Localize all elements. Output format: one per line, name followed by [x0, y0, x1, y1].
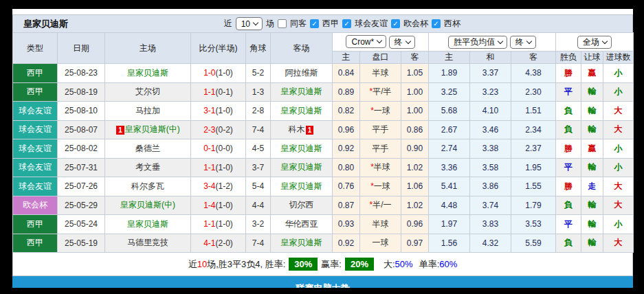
home-team-name[interactable]: 皇家贝迪斯(中) [120, 200, 175, 210]
result-cell: 負 [556, 234, 581, 253]
handicap-cell: *一球 [360, 102, 401, 121]
match-date: 25-05-29 [58, 196, 105, 215]
away-team-name[interactable]: 皇家贝迪斯 [281, 87, 322, 96]
home-team-name[interactable]: 皇家贝迪斯 [127, 219, 168, 229]
crown-home-odds: 0.76 [333, 177, 360, 196]
crown-away-odds: 1.00 [401, 102, 429, 121]
match-type-badge: 球会友谊 [13, 158, 58, 177]
table-row: 球会友谊25-08-02桑德兰0-1(0-0)4-5皇家贝迪斯0.92平手0.9… [13, 139, 634, 159]
match-type-badge: 球会友谊 [13, 120, 58, 139]
home-team-name[interactable]: 考文垂 [135, 162, 160, 172]
halftime-score: (1-0) [216, 106, 233, 115]
crown-home-odds: 0.89 [333, 82, 360, 102]
away-team-name[interactable]: 科木 [289, 124, 305, 134]
score-cell: 1-1(1-0) [191, 158, 246, 177]
league-checkbox-copa[interactable]: ✓ [432, 19, 441, 28]
away-team-name[interactable]: 切尔西 [289, 200, 314, 210]
away-team-cell: 皇家贝迪斯 [271, 139, 333, 159]
home-team-name[interactable]: 马拉加 [135, 106, 160, 115]
col-header-away: 客场 [271, 33, 333, 64]
euro-away-odds: 1.55 [511, 177, 556, 196]
match-date: 25-08-02 [58, 139, 105, 159]
col-header-home: 主场 [105, 33, 191, 64]
goals-cell: 小 [603, 158, 634, 177]
home-team-name[interactable]: 科尔多瓦 [131, 181, 164, 191]
odds-avg-select[interactable]: 胜平负均值 [448, 36, 507, 49]
handicap-result-cell: 贏 [581, 139, 603, 159]
euro-away-odds: 3.53 [511, 215, 556, 234]
league-checkbox-conference[interactable]: ✓ [391, 19, 400, 28]
euro-draw-odds: 3.37 [470, 64, 511, 83]
sub-col-let: 让球 [581, 52, 603, 64]
away-team-name[interactable]: 华伦西亚 [285, 219, 318, 229]
euro-home-odds: 5.68 [429, 102, 470, 121]
main-panel: 皇家贝迪斯 近 10 场 同客 ✓ 西甲 ✓ 球会友谊 ✓ 欧会杯 ✓ 西杯 [12, 9, 633, 288]
handicap-cell: 一球 [360, 234, 401, 253]
crown-away-odds: 1.05 [401, 64, 429, 83]
corner-score: 5-4 [246, 177, 271, 196]
sub-col-result: 胜负 [556, 52, 581, 64]
euro-draw-odds: 3.23 [470, 82, 511, 102]
match-type-badge: 西甲 [13, 234, 58, 253]
matches-unit-label: 场 [266, 18, 274, 30]
match-date: 25-08-23 [58, 64, 105, 83]
top-spacer [12, 9, 633, 14]
footer-section-bar[interactable]: 联赛电脑大势 [12, 276, 633, 288]
league-checkbox-laliga[interactable]: ✓ [310, 19, 319, 28]
crown-home-odds: 0.82 [333, 102, 360, 121]
match-date: 25-05-19 [58, 234, 105, 253]
sub-col-handicap: 盘口 [360, 52, 401, 64]
euro-away-odds: 5.59 [511, 234, 556, 253]
euro-away-odds: 1.79 [511, 196, 556, 215]
handicap-name: 半/一 [373, 200, 391, 210]
scope-select[interactable]: 全场 [577, 36, 612, 49]
halftime-score: (1-0) [216, 201, 233, 210]
fulltime-score: 1-4 [203, 201, 215, 210]
handicap-result-cell: 輸 [581, 234, 603, 253]
fulltime-score: 1-1 [203, 219, 215, 229]
away-team-name[interactable]: 阿拉维斯 [285, 68, 318, 78]
league-checkbox-friendly[interactable]: ✓ [342, 19, 351, 28]
summary-recent-count: 10 [197, 259, 207, 269]
away-team-name[interactable]: 皇家贝迪斯 [281, 181, 322, 191]
away-team-name[interactable]: 皇家贝迪斯 [281, 106, 322, 115]
crown-home-odds: 0.80 [333, 158, 360, 177]
home-team-name[interactable]: 马德里竞技 [127, 238, 168, 247]
avg-stage-select[interactable]: 终 [510, 36, 536, 49]
home-team-name[interactable]: 皇家贝迪斯 [127, 68, 168, 78]
match-type-badge: 西甲 [13, 64, 58, 83]
home-team-cell: 皇家贝迪斯 [105, 215, 191, 234]
sub-col-crown-away: 客 [401, 52, 429, 64]
avg-stage-select-value: 终 [515, 36, 524, 48]
handicap-name: 半球 [373, 219, 389, 229]
match-history-table: 类型 日期 主场 比分(半场) 角球 客场 Crow* 终 [12, 32, 634, 253]
goals-cell: 大 [603, 102, 634, 121]
match-type-badge: 欧会杯 [13, 196, 58, 215]
halftime-score: (1-0) [216, 219, 233, 229]
away-team-name[interactable]: 皇家贝迪斯 [281, 162, 322, 172]
match-type-badge: 西甲 [13, 82, 58, 102]
corner-score: 4-4 [246, 196, 271, 215]
away-team-cell: 切尔西 [271, 196, 333, 215]
match-type-badge: 球会友谊 [13, 102, 58, 121]
away-team-name[interactable]: 皇家贝迪斯 [281, 238, 322, 247]
home-team-name[interactable]: 艾尔切 [135, 87, 160, 96]
euro-home-odds: 2.67 [429, 120, 470, 139]
recent-count-select[interactable]: 10 [236, 17, 263, 30]
bookmaker-select[interactable]: Crow* [346, 35, 386, 48]
fulltime-score: 3-4 [203, 181, 215, 191]
score-cell: 1-1(0-1) [191, 82, 246, 102]
single-rate-label: 单率: [419, 258, 440, 271]
home-team-name[interactable]: 皇家贝迪斯(中) [125, 124, 180, 134]
handicap-result-cell: 輸 [581, 215, 603, 234]
home-team-name[interactable]: 桑德兰 [135, 144, 160, 153]
corner-score: 1-3 [246, 82, 271, 102]
chevron-down-icon [377, 38, 382, 43]
odds-avg-select-value: 胜平负均值 [454, 36, 495, 48]
same-venue-checkbox[interactable] [278, 19, 287, 28]
away-team-name[interactable]: 皇家贝迪斯 [281, 144, 322, 153]
crown-stage-select[interactable]: 终 [389, 36, 415, 49]
euro-home-odds: 1.97 [429, 215, 470, 234]
handicap-cell: 平手 [360, 139, 401, 159]
chevron-down-icon [405, 38, 410, 44]
